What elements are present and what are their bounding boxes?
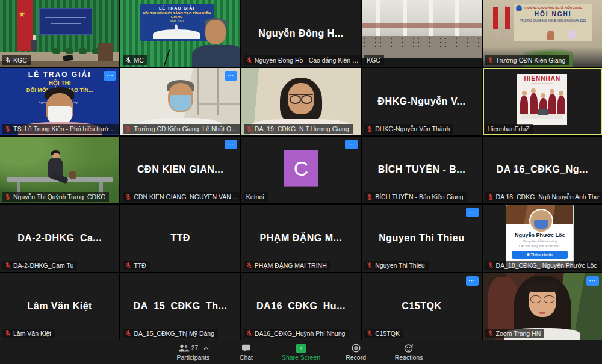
participant-name: KGC: [367, 57, 380, 64]
participant-name: Ketnoi: [246, 193, 264, 200]
stage-screen: [39, 8, 92, 34]
participant-name: HiennhanEduZ: [488, 125, 530, 132]
reactions-smiley-icon: [404, 344, 414, 353]
chat-label: Chat: [240, 354, 253, 361]
participant-name-tag: C15TQK: [364, 329, 403, 338]
participant-name-tag: TTĐ: [123, 261, 149, 270]
participant-tile[interactable]: DA 16_CĐKG_Ng... DA 16_CĐKG_Ngô Nguyễn A…: [483, 137, 602, 203]
participant-name: DA_18_CĐKG_ Nguyễn Phước Lộc: [496, 262, 597, 269]
muted-mic-icon: [125, 330, 131, 337]
participant-tile[interactable]: Nguyễn Thị Quỳnh Trang_CĐKG: [0, 137, 119, 203]
reactions-label: Reactions: [395, 354, 423, 361]
participant-tile-active-speaker[interactable]: HIENNHAN ───────────── HiennhanEduZ: [483, 68, 602, 135]
participant-tile[interactable]: KGC: [362, 0, 481, 67]
muted-mic-icon: [246, 125, 252, 132]
muted-mic-icon: [125, 193, 131, 200]
participant-tile[interactable]: BÍCH TUYỀN - B... BÍCH TUYỀN - Báo Kiên …: [362, 137, 481, 203]
participant-tile[interactable]: DA_15_CĐKG_Th... DA_15_CĐKG_Thị Mỹ Dàng: [120, 273, 240, 340]
participant-name: Nguyen Thi Thieu: [375, 262, 425, 269]
muted-mic-icon: [125, 57, 131, 64]
participants-button[interactable]: 27 Participants: [176, 344, 211, 361]
participant-name: DA_19_CĐKG_N.T.Hương Giang: [255, 125, 349, 132]
participant-tile[interactable]: TTĐ TTĐ: [120, 205, 240, 271]
participant-tile[interactable]: CĐN KIEN GIAN... ⋯ CĐN KIEN GIANG_NGUYEN…: [120, 137, 240, 203]
participant-tile[interactable]: Nguyen Thi Thieu ⋯ Nguyen Thi Thieu: [362, 205, 481, 271]
muted-mic-icon: [488, 193, 494, 200]
participant-name-tag: DA 16_CĐKG_Ngô Nguyễn Anh Thư: [485, 192, 602, 202]
participant-tile[interactable]: LỄ TRAO GIẢI HỘI THI ĐỔI MỚI SÁNG TẠO TỈ…: [0, 68, 119, 135]
participant-tile[interactable]: C15TQK ⋯ C15TQK: [362, 273, 481, 340]
record-label: Record: [346, 354, 366, 361]
participant-name-tag: TS. Lê Trung Kiên - Phó hiệu trưởng CĐ K…: [2, 124, 119, 134]
facebook-avatar: [529, 209, 553, 233]
more-options-button[interactable]: ⋯: [104, 71, 116, 81]
participant-name-tag: DA16_CĐKG_Huỳnh Phi Nhung: [244, 329, 349, 338]
more-options-button[interactable]: ⋯: [466, 208, 479, 217]
muted-mic-icon: [367, 193, 373, 200]
participants-label: Participants: [176, 354, 209, 361]
more-options-button[interactable]: ⋯: [586, 276, 599, 286]
participant-name: TS. Lê Trung Kiên - Phó hiệu trưởng CĐ K…: [13, 125, 118, 132]
muted-mic-icon: [5, 125, 11, 132]
muted-mic-icon: [367, 330, 373, 337]
participant-name: PHẠM ĐẶNG MAI TRINH: [255, 262, 327, 269]
participant-name-tag: Nguyen Thi Thieu: [364, 261, 429, 270]
participant-name: ĐHKG-Nguyễn Văn Thành: [375, 125, 450, 132]
share-screen-label: Share Screen: [282, 354, 320, 361]
participants-count: 27: [191, 345, 198, 351]
muted-mic-icon: [5, 57, 11, 64]
participant-name: C15TQK: [375, 330, 400, 337]
share-screen-button[interactable]: ↑ Share Screen: [282, 344, 320, 361]
participant-name: TTĐ: [134, 262, 146, 269]
participant-tile[interactable]: ⋯ Trường CĐ Kiên Giang_Lê Nhất Quang: [120, 68, 240, 135]
muted-mic-icon: [246, 330, 252, 337]
participant-name-tag: KGC: [2, 55, 31, 65]
participant-tile[interactable]: ĐHKG-Nguyễn V... ĐHKG-Nguyễn Văn Thành: [362, 68, 481, 135]
participant-name-tag: CĐN KIEN GIANG_NGUYEN VAN MUON: [123, 192, 240, 202]
muted-mic-icon: [125, 125, 131, 132]
participant-tile[interactable]: ⋯ Zoom Trang HN: [483, 273, 602, 340]
participant-tile[interactable]: DA16_CĐKG_Hu... DA16_CĐKG_Huỳnh Phi Nhun…: [241, 273, 361, 340]
participant-name-tag: Ketnoi: [244, 192, 268, 202]
participant-name-tag: Zoom Trang HN: [485, 329, 545, 338]
participant-tile[interactable]: ★ KGC: [0, 0, 119, 67]
participant-tile[interactable]: DA_19_CĐKG_N.T.Hương Giang: [241, 68, 361, 135]
chat-bubble-icon: [241, 344, 251, 353]
muted-mic-icon: [5, 193, 11, 200]
participant-name-tag: KGC: [364, 55, 384, 65]
participant-tile[interactable]: TRƯỜNG CAO ĐẲNG NGHỀ KIÊN GIANG HỘI NGHỊ…: [483, 0, 602, 67]
participant-tile[interactable]: Lâm Văn Kiệt Lâm Văn Kiệt: [0, 273, 119, 340]
zoom-meeting-window: ★ KGC LỄ TRAO GIẢI HỘI THI ĐỔI MỚI S: [0, 0, 602, 364]
more-options-button[interactable]: ⋯: [225, 140, 237, 149]
muted-mic-icon: [246, 262, 252, 269]
record-icon: [352, 344, 361, 353]
participant-name: Nguyễn Đông Hồ - Cao đẳng Kiên Giang: [255, 57, 359, 64]
star-shape: ★: [19, 10, 26, 19]
participant-tile[interactable]: C ⋯ Ketnoi: [241, 137, 361, 203]
chevron-up-icon[interactable]: [203, 347, 209, 350]
more-options-button[interactable]: ⋯: [345, 140, 358, 149]
participant-tile[interactable]: Nguyễn Đông H... Nguyễn Đông Hồ - Cao đẳ…: [241, 0, 361, 67]
more-options-button[interactable]: ⋯: [466, 276, 479, 286]
participant-name-tag: PHẠM ĐẶNG MAI TRINH: [244, 261, 330, 270]
participant-name-tag: ĐHKG-Nguyễn Văn Thành: [364, 124, 453, 134]
facebook-bio: Nông dân chỉ là bản năng Cần tính đựng m…: [506, 239, 573, 248]
participant-name-tag: Trường CĐN Kiên Giang: [485, 55, 569, 65]
avatar: C: [284, 150, 318, 187]
facebook-profile-name: Nguyễn Phước Lộc: [506, 232, 573, 238]
reactions-button[interactable]: Reactions: [391, 344, 426, 361]
participant-name: CĐN KIEN GIANG_NGUYEN VAN MUON: [134, 193, 238, 200]
participant-tile[interactable]: DA-2-DHKG_Ca... DA-2-DHKG_Cam Tu: [0, 205, 119, 271]
muted-mic-icon: [125, 262, 131, 269]
muted-mic-icon: [488, 57, 494, 64]
more-options-button[interactable]: ⋯: [225, 71, 237, 81]
record-button[interactable]: Record: [338, 344, 373, 361]
participant-name-tag: MC: [123, 55, 147, 65]
participant-tile[interactable]: Nguyễn Phước Lộc Nông dân chỉ là bản năn…: [483, 205, 602, 271]
facebook-profile-card: Nguyễn Phước Lộc Nông dân chỉ là bản năn…: [506, 205, 573, 267]
participant-name: DA 16_CĐKG_Ngô Nguyễn Anh Thư: [496, 193, 600, 200]
chat-button[interactable]: Chat: [229, 344, 264, 361]
muted-mic-icon: [488, 330, 494, 337]
participant-tile[interactable]: LỄ TRAO GIẢI HỘI THI ĐỔI MỚI SÁNG TẠO TỈ…: [120, 0, 240, 67]
participant-tile[interactable]: PHẠM ĐẶNG M... PHẠM ĐẶNG MAI TRINH: [241, 205, 361, 271]
